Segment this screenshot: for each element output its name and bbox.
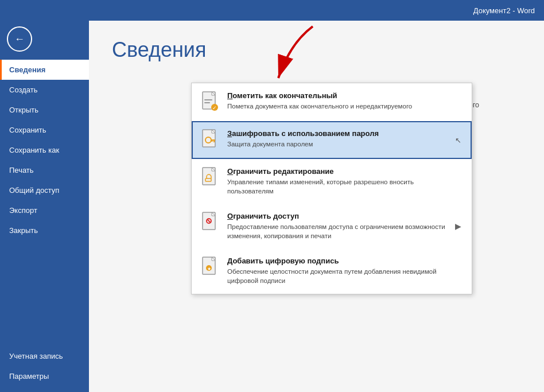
encrypt-desc: Защита документа паролем <box>227 139 450 149</box>
svg-rect-18 <box>212 141 213 142</box>
access-submenu-arrow: ▶ <box>455 222 461 231</box>
restrict-access-desc: Предоставление пользователям доступа с о… <box>227 222 450 240</box>
dropdown-item-digital-sig[interactable]: ★ Добавить цифровую подпись Обеспечение … <box>192 249 472 293</box>
digital-sig-content: Добавить цифровую подпись Обеспечение це… <box>227 257 461 285</box>
cursor-indicator: ↖ <box>455 136 461 145</box>
sidebar-item-settings[interactable]: Параметры <box>0 366 89 386</box>
svg-text:✓: ✓ <box>212 105 217 111</box>
sidebar-item-open[interactable]: Открыть <box>0 100 89 120</box>
title-bar-text: Документ2 - Word <box>473 6 535 15</box>
encrypt-icon <box>202 129 220 151</box>
sidebar-bottom: Учетная запись Параметры <box>0 346 89 386</box>
sidebar-item-account[interactable]: Учетная запись <box>0 346 89 366</box>
digital-sig-icon: ★ <box>202 257 220 278</box>
restrict-access-content: Ограничить доступ Предоставление пользов… <box>227 212 450 240</box>
protect-dropdown-menu: ✓ Пометить как окончательный Пометка док… <box>191 83 472 294</box>
sidebar-item-create[interactable]: Создать <box>0 80 89 100</box>
mark-final-title: Пометить как окончательный <box>227 91 461 100</box>
restrict-edit-content: Ограничить редактирование Управление тип… <box>227 167 461 196</box>
encrypt-title: Зашифровать с использованием пароля <box>227 129 450 138</box>
restrict-edit-title: Ограничить редактирование <box>227 167 461 176</box>
page-title: Сведения <box>112 38 521 62</box>
main-layout: ← Сведения Создать Открыть Сохранить Сох… <box>0 21 544 392</box>
title-bar: Документ2 - Word <box>0 0 544 21</box>
dropdown-item-restrict-access[interactable]: Ограничить доступ Предоставление пользов… <box>192 204 472 249</box>
sidebar-item-saveas[interactable]: Сохранить как <box>0 140 89 160</box>
restrict-edit-desc: Управление типами изменений, которые раз… <box>227 177 461 196</box>
dropdown-item-restrict-edit[interactable]: Ограничить редактирование Управление тип… <box>192 159 472 204</box>
sidebar-item-close[interactable]: Закрыть <box>0 220 89 240</box>
svg-rect-10 <box>204 102 210 103</box>
sidebar-nav: Сведения Создать Открыть Сохранить Сохра… <box>0 60 89 240</box>
dropdown-item-mark-final[interactable]: ✓ Пометить как окончательный Пометка док… <box>192 83 472 121</box>
encrypt-content: Зашифровать с использованием пароля Защи… <box>227 129 450 149</box>
digital-sig-desc: Обеспечение целостности документа путем … <box>227 267 461 285</box>
back-icon: ← <box>14 33 25 45</box>
svg-rect-9 <box>204 99 212 100</box>
digital-sig-title: Добавить цифровую подпись <box>227 257 461 265</box>
restrict-access-title: Ограничить доступ <box>227 212 450 220</box>
content-area: Сведения <box>89 21 544 392</box>
svg-rect-17 <box>213 141 215 143</box>
sidebar-item-save[interactable]: Сохранить <box>0 120 89 140</box>
restrict-access-icon <box>202 212 220 234</box>
mark-final-content: Пометить как окончательный Пометка докум… <box>227 91 461 111</box>
svg-text:★: ★ <box>207 266 211 271</box>
sidebar-item-print[interactable]: Печать <box>0 160 89 180</box>
sidebar-item-share[interactable]: Общий доступ <box>0 180 89 200</box>
restrict-edit-icon <box>202 167 220 189</box>
sidebar-item-export[interactable]: Экспорт <box>0 200 89 220</box>
mark-final-icon: ✓ <box>202 91 220 113</box>
sidebar-item-info[interactable]: Сведения <box>0 60 89 80</box>
mark-final-desc: Пометка документа как окончательного и н… <box>227 102 461 111</box>
sidebar: ← Сведения Создать Открыть Сохранить Сох… <box>0 21 89 392</box>
back-button[interactable]: ← <box>7 26 32 52</box>
dropdown-item-encrypt[interactable]: Зашифровать с использованием пароля Защи… <box>192 121 472 159</box>
